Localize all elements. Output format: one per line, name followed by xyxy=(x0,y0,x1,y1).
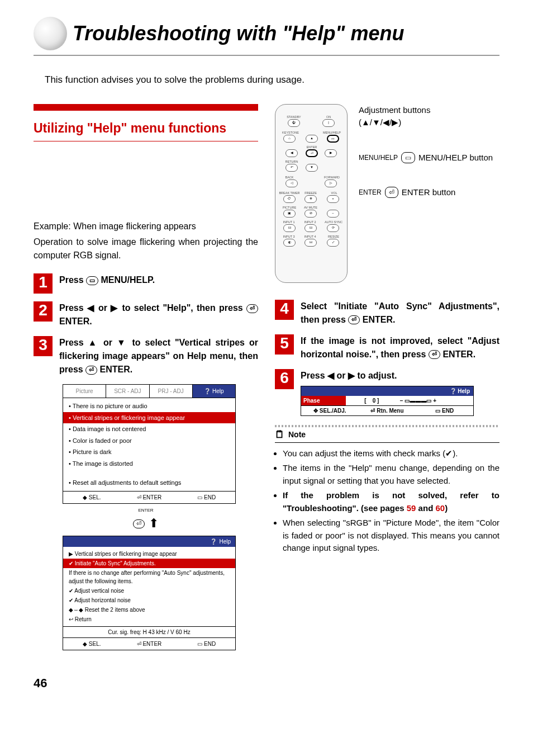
menu-help-button-icon: ▭ xyxy=(401,152,415,163)
phase-foot-sel: ✥ SEL./ADJ. xyxy=(301,406,359,415)
osd-item: • Data image is not centered xyxy=(63,423,235,435)
osd-help-header: ❔ Help xyxy=(63,536,235,547)
phase-footer: ✥ SEL./ADJ. ⏎ Rtn. Menu ▭ END xyxy=(301,405,473,415)
osd-detail-body: ▶ Vertical stripes or flickering image a… xyxy=(63,547,235,626)
note-label: Note xyxy=(288,429,306,441)
remote-keystone-button: ⌂ xyxy=(283,135,296,143)
remote-up-button: ▲ xyxy=(306,135,318,143)
enter-button-icon: ⏎ xyxy=(133,519,145,528)
remote-back-button: ◁ xyxy=(285,179,298,187)
remote-label-standby: STANDBY xyxy=(285,115,302,119)
page-title: Troubleshooting with "Help" menu xyxy=(73,18,404,49)
remote-input3-button: ◐ xyxy=(283,239,296,247)
remote-right-button: ▶ xyxy=(325,149,337,157)
osd-help-menu: Picture SCR - ADJ PRJ - ADJ ❔Help • Ther… xyxy=(63,384,236,504)
osd-item: ▶ Vertical stripes or flickering image a… xyxy=(63,549,235,559)
note-list: You can adjust the items with check mark… xyxy=(275,447,499,555)
step-4-text-b: ENTER. xyxy=(363,315,396,324)
enter-small-label: ENTER xyxy=(34,507,258,514)
remote-label-enter: ENTER xyxy=(303,145,320,149)
remote-input1-button: ⊟ xyxy=(283,224,296,232)
remote-breaktimer-button: ⏱ xyxy=(283,195,296,203)
remote-freeze-button: ❄ xyxy=(304,195,317,203)
remote-control: STANDBY ⏻ ON | KEYSTONE ⌂ ▲ MENU/HELP ▭ … xyxy=(275,104,348,283)
help-icon: ❔ xyxy=(204,387,211,395)
step-number: 3 xyxy=(34,336,53,356)
remote-label-on: ON xyxy=(320,115,337,119)
remote-avmute-button: ⊘ xyxy=(304,210,317,218)
phase-foot-end: ▭ END xyxy=(416,406,473,415)
osd-item: If there is no change after performing "… xyxy=(63,568,235,586)
note-item: The items in the "Help" menu change, dep… xyxy=(283,462,499,487)
callout-small-word: MENU/HELP xyxy=(359,153,398,163)
remote-input2-button: ⊟ xyxy=(304,224,317,232)
phase-header: ❔ Help xyxy=(301,386,473,396)
osd-footer: ◆ SEL. ⏎ ENTER ▭ END xyxy=(63,491,235,503)
page-link[interactable]: 60 xyxy=(435,503,445,513)
step-number: 6 xyxy=(275,369,294,389)
menu-help-button-icon: ▭ xyxy=(86,276,98,285)
step-6-text: Press ◀ or ▶ to adjust. xyxy=(301,371,397,380)
osd-help-detail: ❔ Help ▶ Vertical stripes or flickering … xyxy=(63,536,236,650)
step-2-text-b: ENTER. xyxy=(59,316,92,326)
remote-label-keystone: KEYSTONE xyxy=(281,130,300,135)
phase-slider: − ▭▬▬▬▭ + xyxy=(398,396,473,405)
osd-item: • Reset all adjustments to default setti… xyxy=(63,477,235,489)
osd-item-selected: • Vertical stripes or flickering image a… xyxy=(63,412,235,424)
step-3-text-b: ENTER. xyxy=(100,365,133,374)
osd-item: ◆↔◆ Reset the 2 items above xyxy=(63,605,235,615)
callout-adjustment: Adjustment buttons (▲/▼/◀/▶) xyxy=(359,104,499,129)
remote-down-button: ▼ xyxy=(306,164,318,172)
remote-vol-up-button: + xyxy=(327,195,339,203)
remote-left-button: ◀ xyxy=(285,149,298,157)
osd-item: ↩ Return xyxy=(63,615,235,624)
step-number: 1 xyxy=(34,273,53,294)
page-number: 46 xyxy=(34,674,499,692)
remote-resize-button: ⤢ xyxy=(327,239,339,247)
enter-button-icon: ⏎ xyxy=(85,366,97,375)
note-icon: 🗒 xyxy=(275,427,285,442)
osd-foot-enter: ⏎ ENTER xyxy=(121,638,178,650)
remote-enter-button: ⏎ xyxy=(306,149,318,157)
phase-param-label: Phase xyxy=(301,396,346,405)
osd-footer: ◆ SEL. ⏎ ENTER ▭ END xyxy=(63,637,235,650)
remote-label-menuhelp: MENU/HELP xyxy=(322,130,341,135)
remote-label-vol: VOL xyxy=(328,191,340,195)
osd-signal-info: Cur. sig. freq: H 43 kHz / V 60 Hz xyxy=(63,626,235,637)
osd-item-gap xyxy=(63,469,235,477)
osd-foot-sel: ◆ SEL. xyxy=(63,492,121,503)
osd-item: • Picture is dark xyxy=(63,446,235,458)
enter-button-icon: ⏎ xyxy=(348,315,360,324)
page-link[interactable]: 59 xyxy=(407,503,416,513)
callout-label: MENU/HELP button xyxy=(418,152,493,164)
remote-on-button: | xyxy=(322,119,335,127)
step-1-text-a: Press xyxy=(59,275,86,285)
osd-tab-help-label: Help xyxy=(212,387,224,395)
remote-label-in1: INPUT 1 xyxy=(281,220,297,224)
remote-menu-help-button: ▭ xyxy=(327,135,339,143)
step-number: 2 xyxy=(34,301,53,322)
page-header: Troubleshooting with "Help" menu xyxy=(34,17,499,56)
remote-label-forward: FORWARD xyxy=(322,175,341,179)
remote-pmode-button: ▣ xyxy=(283,210,296,218)
osd-tab-scr: SCR - ADJ xyxy=(106,385,149,398)
osd-menu-body: • There is no picture or audio • Vertica… xyxy=(63,398,235,491)
step-5-text-b: ENTER. xyxy=(442,349,475,359)
intro-text: This function advises you to solve the p… xyxy=(45,73,499,87)
remote-label-resize: RESIZE xyxy=(326,234,341,239)
enter-button-icon: ⏎ xyxy=(246,304,258,313)
remote-autosync-button: ⟳ xyxy=(327,224,339,232)
step-6: 6 Press ◀ or ▶ to adjust. ❔ Help Phase [… xyxy=(275,369,499,416)
remote-label-in3: INPUT 3 xyxy=(281,234,297,239)
note-item: You can adjust the items with check mark… xyxy=(283,447,499,460)
osd-item: ✔ Adjust horizontal noise xyxy=(63,596,235,605)
remote-diagram: STANDBY ⏻ ON | KEYSTONE ⌂ ▲ MENU/HELP ▭ … xyxy=(275,104,499,283)
remote-label-in4: INPUT 4 xyxy=(302,234,318,239)
osd-item: ✔ Adjust vertical noise xyxy=(63,586,235,596)
osd-tab-help: ❔Help xyxy=(193,385,235,398)
remote-vol-down-button: − xyxy=(327,210,339,218)
step-1-text-b: MENU/HELP. xyxy=(101,275,155,285)
osd-phase-bar: ❔ Help Phase [ 0 ] − ▭▬▬▬▭ + ✥ SEL./ADJ.… xyxy=(301,386,474,416)
decorative-sphere xyxy=(34,17,67,50)
osd-tab-prj: PRJ - ADJ xyxy=(150,385,193,398)
